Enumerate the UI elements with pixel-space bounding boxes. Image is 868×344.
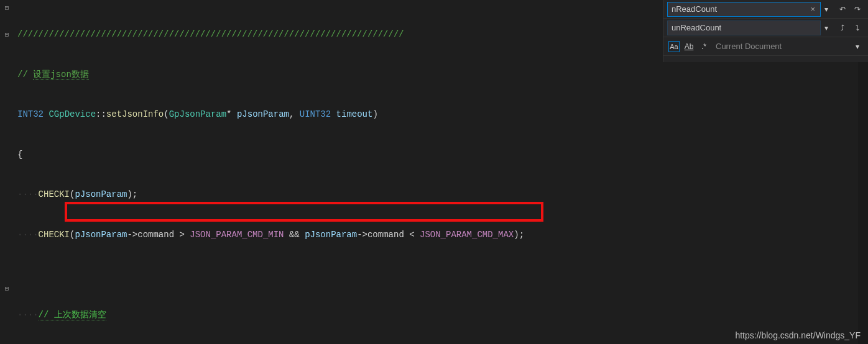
dropdown-icon[interactable]: ▾ <box>821 22 832 34</box>
whole-word-button[interactable]: Ab <box>683 41 695 52</box>
fold-marker[interactable]: ⊟ <box>0 1 14 15</box>
find-value: nReadCount <box>672 4 717 14</box>
dropdown-icon[interactable]: ▾ <box>821 4 832 15</box>
comment: ····// 上次数据清空 <box>17 309 868 322</box>
fold-gutter[interactable]: ⊟ ⊟ ⊟ <box>0 0 14 344</box>
replace-input[interactable]: unReadCount <box>667 20 821 35</box>
replace-one-icon[interactable]: ⤴ <box>837 22 848 34</box>
find-prev-icon[interactable]: ↶ <box>837 4 848 15</box>
annotation-box <box>65 202 543 222</box>
code-line: ····CHECKI(pJsonParam->command > JSON_PA… <box>17 229 868 242</box>
watermark: https://blog.csdn.net/Windgs_YF <box>735 330 861 340</box>
fold-marker[interactable]: ⊟ <box>0 28 14 42</box>
comment: // 设置json数据 <box>17 70 89 80</box>
match-case-button[interactable]: Aa <box>668 41 680 52</box>
find-next-icon[interactable]: ↷ <box>852 4 863 15</box>
replace-value: unReadCount <box>672 23 721 32</box>
replace-all-icon[interactable]: ⤵ <box>852 22 863 34</box>
function-signature: INT32 CGpDevice::setJsonInfo(GpJsonParam… <box>17 108 868 122</box>
comment: ////////////////////////////////////////… <box>17 29 404 39</box>
code-line: ····CHECKI(pJsonParam); <box>17 188 868 202</box>
scrollbar[interactable] <box>858 62 868 344</box>
regex-button[interactable]: .* <box>698 41 709 52</box>
brace: { <box>17 148 868 162</box>
scope-dropdown-icon[interactable]: ▾ <box>852 41 863 52</box>
find-replace-panel: nReadCount × ▾ ↶ ↷ unReadCount ▾ ⤴ ⤵ Aa … <box>663 0 868 62</box>
scope-label: Current Document <box>709 42 782 51</box>
fold-marker[interactable]: ⊟ <box>0 282 14 296</box>
find-input[interactable]: nReadCount × <box>667 2 821 17</box>
clear-find-icon[interactable]: × <box>809 4 816 14</box>
